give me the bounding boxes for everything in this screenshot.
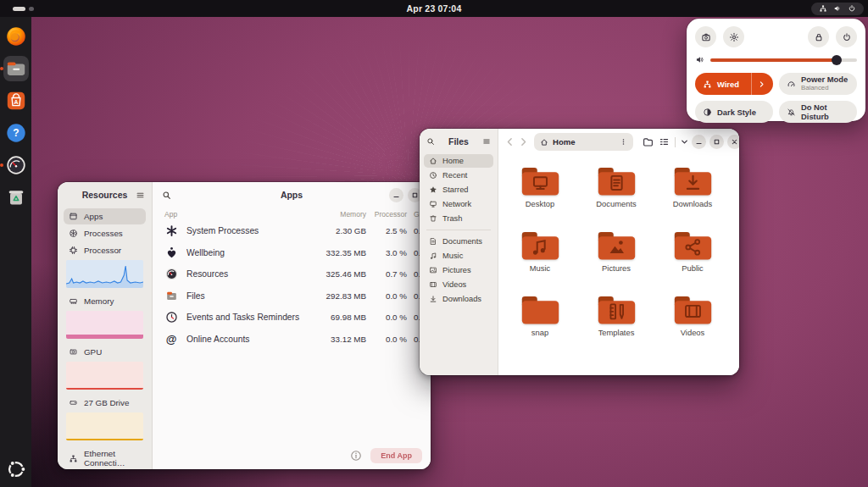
folder-videos[interactable]: Videos <box>654 293 731 357</box>
sidebar-item-trash[interactable]: Trash <box>424 212 493 225</box>
tile-label: Dark Style <box>717 108 756 117</box>
folder-pictures[interactable]: Pictures <box>578 229 654 293</box>
running-indicator-dot <box>0 163 3 167</box>
sidebar-item-processes[interactable]: Processes <box>64 225 146 241</box>
show-apps-button[interactable] <box>3 457 29 482</box>
folder-label: Documents <box>596 199 636 208</box>
column-header-app[interactable]: App <box>164 210 310 219</box>
sidebar-item-processor[interactable]: Processor <box>64 242 146 258</box>
search-icon[interactable] <box>426 137 435 146</box>
minimize-button[interactable] <box>692 135 706 149</box>
list-view-button[interactable] <box>657 136 670 149</box>
folder-label: Downloads <box>673 199 712 208</box>
sidebar-item-gpu[interactable]: GPU <box>64 344 146 360</box>
dock-item-files[interactable] <box>3 56 29 81</box>
clock[interactable]: Apr 23 07:04 <box>407 3 462 14</box>
menu-icon[interactable] <box>136 191 145 200</box>
sidebar-item-network[interactable]: Network <box>424 197 493 211</box>
sidebar-item-pictures[interactable]: Pictures <box>424 263 493 277</box>
forward-button[interactable] <box>518 136 529 147</box>
processor-value: 0.0 % <box>366 313 407 322</box>
tile-power-mode[interactable]: Power ModeBalanced <box>779 73 857 95</box>
kebab-menu-icon[interactable] <box>620 138 627 146</box>
sidebar-item-documents[interactable]: Documents <box>424 235 493 248</box>
processor-chart <box>66 260 143 288</box>
sidebar-item-music[interactable]: Music <box>424 249 493 263</box>
path-bar[interactable]: Home <box>534 133 633 151</box>
recent-icon <box>429 171 437 180</box>
folder-label: Public <box>682 263 704 273</box>
tile-do-not-disturb[interactable]: Do Not Disturb <box>779 101 857 123</box>
column-header-memory[interactable]: Memory <box>310 210 366 219</box>
quick-settings-panel: WiredPower ModeBalancedDark StyleDo Not … <box>687 19 865 121</box>
dock-item-help[interactable]: ? <box>3 120 29 146</box>
volume-slider-knob[interactable] <box>832 55 842 65</box>
toolbar-divider <box>675 137 676 147</box>
svg-text:?: ? <box>13 127 19 139</box>
chevron-right-icon[interactable] <box>751 73 765 95</box>
table-row[interactable]: Files292.83 MB0.0 %0. <box>153 285 431 307</box>
lock-icon <box>814 32 824 42</box>
pictures-icon <box>429 266 437 274</box>
online-accounts-icon: @ <box>164 332 178 346</box>
folder-icon <box>596 229 637 263</box>
search-icon[interactable] <box>162 191 171 200</box>
processor-icon <box>69 246 78 255</box>
sidebar-item-ethernet-connecti-[interactable]: Ethernet Connecti… <box>64 445 146 469</box>
folder-templates[interactable]: Templates <box>578 293 654 357</box>
table-row[interactable]: System Processes2.30 GB2.5 %0. <box>153 220 431 242</box>
table-row[interactable]: @Online Accounts33.12 MB0.0 %0. <box>153 329 431 351</box>
table-column-headers: AppMemoryProcessorGPU <box>153 208 431 220</box>
settings-icon <box>729 32 739 42</box>
maximize-button[interactable] <box>709 135 724 149</box>
sidebar-item-27-gb-drive[interactable]: 27 GB Drive <box>64 395 146 411</box>
sidebar-item-recent[interactable]: Recent <box>424 169 493 182</box>
folder-label: Pictures <box>602 263 631 273</box>
dock-item-trash[interactable] <box>3 185 29 210</box>
sidebar-item-memory[interactable]: Memory <box>64 293 146 309</box>
view-options-chevron[interactable] <box>680 136 689 149</box>
workspace-indicator[interactable] <box>13 7 34 11</box>
end-app-button[interactable]: End App <box>370 448 422 463</box>
new-folder-button[interactable] <box>641 136 654 149</box>
volume-slider-fill <box>710 58 837 62</box>
table-row[interactable]: Events and Tasks Reminders69.98 MB0.0 %0… <box>153 307 431 329</box>
system-tray[interactable] <box>811 3 864 15</box>
sidebar-item-apps[interactable]: Apps <box>64 208 146 224</box>
sidebar-item-home[interactable]: Home <box>424 154 493 168</box>
workspace-pill-active[interactable] <box>13 7 25 11</box>
close-button[interactable] <box>727 135 739 149</box>
tile-wired[interactable]: Wired <box>695 73 773 95</box>
screenshot-button[interactable] <box>695 26 716 47</box>
power-button[interactable] <box>836 26 857 47</box>
folder-music[interactable]: Music <box>502 229 578 293</box>
folder-icon <box>672 164 714 198</box>
volume-slider[interactable] <box>710 58 857 62</box>
dock-item-resources[interactable] <box>3 152 29 178</box>
folder-snap[interactable]: snap <box>502 293 578 357</box>
folder-label: Desktop <box>526 199 554 208</box>
dock-item-app-center[interactable]: A <box>3 88 29 113</box>
folder-desktop[interactable]: Desktop <box>502 164 578 229</box>
sidebar-item-videos[interactable]: Videos <box>424 278 493 291</box>
volume-icon <box>695 55 704 64</box>
info-icon[interactable] <box>350 450 362 462</box>
settings-button[interactable] <box>723 26 744 47</box>
folder-public[interactable]: Public <box>654 229 731 293</box>
back-button[interactable] <box>504 136 515 147</box>
table-row[interactable]: Wellbeing332.35 MB3.0 %0. <box>153 242 431 264</box>
column-header-processor[interactable]: Processor <box>366 210 407 219</box>
dock-item-firefox[interactable] <box>3 24 29 49</box>
folder-downloads[interactable]: Downloads <box>654 164 731 229</box>
tile-dark-style[interactable]: Dark Style <box>695 101 773 123</box>
folder-documents[interactable]: Documents <box>578 164 654 229</box>
menu-icon[interactable] <box>482 137 491 146</box>
memory-value: 33.12 MB <box>310 335 366 344</box>
sidebar-item-label: GPU <box>84 347 102 357</box>
workspace-pill-other[interactable] <box>29 7 34 11</box>
lock-button[interactable] <box>808 26 829 47</box>
sidebar-item-starred[interactable]: Starred <box>424 183 493 196</box>
sidebar-item-downloads[interactable]: Downloads <box>424 292 493 306</box>
table-row[interactable]: Resources325.46 MB0.7 %0. <box>153 263 431 285</box>
minimize-button[interactable] <box>389 188 403 202</box>
